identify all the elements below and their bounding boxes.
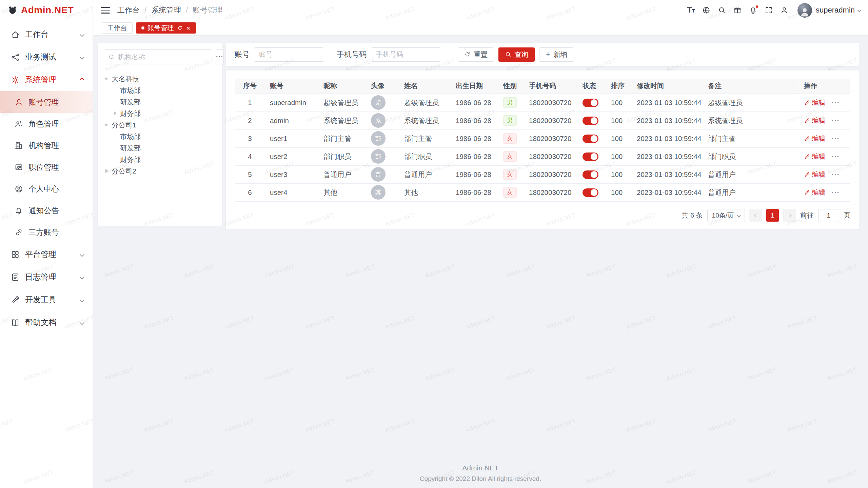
edit-button[interactable]: 编辑 — [804, 134, 826, 143]
sidebar-item-workbench[interactable]: 工作台 — [0, 23, 93, 46]
org-more-button[interactable]: ··· — [216, 49, 224, 64]
add-button[interactable]: + 新增 — [539, 47, 574, 62]
breadcrumb-item[interactable]: 工作台 — [117, 5, 140, 15]
sidebar-item-platform-management[interactable]: 平台管理 — [0, 243, 93, 266]
sidebar-subitem-label: 个人中心 — [28, 184, 59, 194]
sidebar-subitem-org-management[interactable]: 机构管理 — [0, 135, 93, 156]
edit-button[interactable]: 编辑 — [804, 188, 826, 197]
sidebar-item-help-docs[interactable]: 帮助文档 — [0, 311, 93, 334]
cell-index: 4 — [235, 147, 265, 165]
search-icon[interactable] — [718, 6, 726, 14]
cell-actions: 编辑··· — [799, 129, 850, 147]
close-icon[interactable]: × — [186, 24, 191, 32]
refresh-icon — [464, 51, 471, 58]
tab-account-management[interactable]: 账号管理× — [136, 22, 196, 34]
status-toggle[interactable] — [583, 135, 598, 143]
row-more-button[interactable]: ··· — [832, 170, 840, 178]
caret-down-icon — [104, 76, 109, 82]
cell-phone: 18020030720 — [524, 94, 578, 111]
edit-button[interactable]: 编辑 — [804, 170, 826, 179]
phone-filter-input[interactable] — [371, 47, 441, 62]
status-toggle[interactable] — [583, 99, 598, 107]
cell-gender: 女 — [498, 147, 524, 165]
cell-nickname: 部门主管 — [319, 129, 366, 147]
cell-remark: 部门主管 — [703, 129, 799, 147]
tree-node[interactable]: 财务部 — [104, 108, 216, 119]
edit-button[interactable]: 编辑 — [804, 116, 826, 125]
status-toggle[interactable] — [583, 188, 598, 197]
gift-icon[interactable] — [733, 6, 742, 14]
row-more-button[interactable]: ··· — [832, 152, 840, 160]
breadcrumb-item[interactable]: 系统管理 — [151, 5, 181, 15]
tree-node[interactable]: 分公司1 — [104, 119, 216, 131]
bell-icon[interactable] — [749, 6, 757, 14]
user-table-card: 序号账号昵称头像姓名出生日期性别手机号码状态排序修改时间备注操作 1supera… — [226, 70, 859, 229]
row-more-button[interactable]: ··· — [832, 135, 840, 142]
user-outline-icon[interactable] — [780, 6, 788, 14]
refresh-icon[interactable] — [177, 25, 183, 31]
org-search-input[interactable] — [118, 53, 208, 61]
sidebar-item-label: 日志管理 — [25, 272, 75, 282]
row-more-button[interactable]: ··· — [832, 188, 840, 196]
chevron-down-icon — [80, 55, 84, 59]
user-menu[interactable]: superadmin — [792, 3, 861, 18]
sidebar-subitem-third-party-account[interactable]: 三方账号 — [0, 221, 93, 243]
bell-icon — [15, 206, 23, 215]
account-filter-input[interactable] — [254, 47, 324, 62]
edit-button-label: 编辑 — [812, 152, 826, 161]
tabbar: 工作台账号管理× — [93, 20, 868, 36]
tree-node[interactable]: 市场部 — [104, 85, 216, 96]
org-tree: 大名科技市场部研发部财务部分公司1市场部研发部财务部分公司2 — [104, 73, 216, 177]
prev-page-button[interactable] — [749, 209, 762, 222]
breadcrumb-item[interactable]: 账号管理 — [193, 5, 222, 15]
sidebar-item-dev-tools[interactable]: 开发工具 — [0, 288, 93, 311]
edit-button[interactable]: 编辑 — [804, 152, 826, 161]
font-size-icon[interactable]: TT — [687, 6, 695, 14]
sidebar-item-log-management[interactable]: 日志管理 — [0, 266, 93, 288]
sidebar-item-system-management[interactable]: 系统管理 — [0, 68, 93, 91]
app-logo[interactable]: Admin.NET — [0, 0, 93, 20]
edit-icon — [804, 171, 810, 178]
tab-workbench[interactable]: 工作台 — [102, 22, 133, 34]
tree-node[interactable]: 财务部 — [104, 154, 216, 165]
sidebar-subitem-notice[interactable]: 通知公告 — [0, 200, 93, 221]
search-button[interactable]: 查询 — [498, 47, 535, 62]
sidebar-subitem-personal-center[interactable]: 个人中心 — [0, 178, 93, 200]
tree-node[interactable]: 研发部 — [104, 142, 216, 154]
page-1-button[interactable]: 1 — [766, 209, 779, 222]
logo-icon — [7, 5, 18, 15]
row-more-button[interactable]: ··· — [832, 117, 840, 124]
edit-button[interactable]: 编辑 — [804, 98, 826, 107]
tree-node[interactable]: 分公司2 — [104, 165, 216, 177]
next-page-button[interactable] — [783, 209, 796, 222]
globe-icon[interactable] — [702, 6, 710, 14]
cell-remark: 超级管理员 — [703, 94, 799, 111]
status-toggle[interactable] — [583, 117, 598, 125]
sidebar-subitem-account-management[interactable]: 账号管理 — [0, 91, 93, 113]
page-size-select[interactable]: 10条/页 — [707, 209, 745, 222]
fullscreen-icon[interactable] — [765, 6, 773, 14]
edit-icon — [804, 154, 810, 160]
sidebar-subitem-role-management[interactable]: 角色管理 — [0, 113, 93, 135]
chevron-down-icon — [857, 8, 861, 12]
tree-node[interactable]: 研发部 — [104, 96, 216, 108]
cell-avatar: 部 — [366, 129, 399, 147]
goto-page-input[interactable] — [818, 209, 839, 222]
reset-button[interactable]: 重置 — [458, 47, 494, 62]
hamburger-menu-icon[interactable] — [101, 7, 110, 14]
pagination: 共 6 条 10条/页 1 前往 页 — [235, 209, 850, 222]
sidebar-subitem-position-management[interactable]: 职位管理 — [0, 156, 93, 178]
sidebar-item-label: 系统管理 — [25, 75, 75, 85]
sidebar-item-business-test[interactable]: 业务测试 — [0, 46, 93, 68]
notification-badge — [755, 5, 759, 8]
cell-birth: 1986-06-28 — [451, 111, 498, 129]
status-toggle[interactable] — [583, 170, 598, 179]
home-icon — [11, 30, 20, 39]
row-more-button[interactable]: ··· — [832, 99, 840, 106]
tree-node[interactable]: 市场部 — [104, 131, 216, 142]
cell-modified: 2023-01-03 10:59:44 — [632, 129, 703, 147]
tree-node[interactable]: 大名科技 — [104, 73, 216, 85]
cell-account: user2 — [265, 147, 319, 165]
user-table: 序号账号昵称头像姓名出生日期性别手机号码状态排序修改时间备注操作 1supera… — [235, 79, 850, 202]
status-toggle[interactable] — [583, 152, 598, 161]
